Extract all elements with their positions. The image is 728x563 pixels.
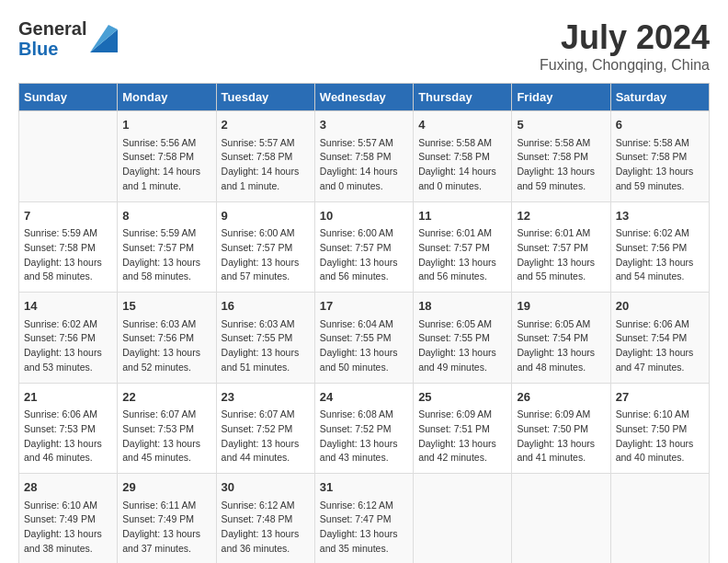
col-tuesday: Tuesday [216,84,314,111]
day-number: 3 [320,116,408,134]
day-number: 18 [418,297,506,316]
col-thursday: Thursday [414,84,512,111]
day-info: Sunrise: 6:04 AMSunset: 7:55 PMDaylight:… [320,317,408,375]
day-info: Sunrise: 5:58 AMSunset: 7:58 PMDaylight:… [616,136,704,194]
calendar-week-0: 1Sunrise: 5:56 AMSunset: 7:58 PMDaylight… [19,111,710,202]
day-number: 11 [418,207,506,225]
day-info: Sunrise: 6:01 AMSunset: 7:57 PMDaylight:… [517,226,605,284]
logo: General Blue [18,18,118,59]
calendar-cell: 14Sunrise: 6:02 AMSunset: 7:56 PMDayligh… [19,293,118,384]
calendar-week-2: 14Sunrise: 6:02 AMSunset: 7:56 PMDayligh… [19,293,710,384]
calendar-cell: 1Sunrise: 5:56 AMSunset: 7:58 PMDaylight… [118,111,216,202]
day-info: Sunrise: 6:07 AMSunset: 7:52 PMDaylight:… [222,408,310,465]
day-number: 8 [122,207,210,225]
day-number: 5 [517,116,605,134]
calendar-cell [414,474,512,564]
calendar-cell [512,474,610,564]
day-number: 2 [222,116,310,134]
day-info: Sunrise: 5:57 AMSunset: 7:58 PMDaylight:… [320,136,408,194]
day-info: Sunrise: 6:08 AMSunset: 7:52 PMDaylight:… [320,408,408,465]
day-info: Sunrise: 6:02 AMSunset: 7:56 PMDaylight:… [616,226,704,284]
day-info: Sunrise: 6:09 AMSunset: 7:50 PMDaylight:… [517,408,605,465]
col-sunday: Sunday [19,84,118,111]
calendar-cell: 24Sunrise: 6:08 AMSunset: 7:52 PMDayligh… [314,383,413,474]
calendar-cell: 17Sunrise: 6:04 AMSunset: 7:55 PMDayligh… [314,293,413,384]
calendar-cell: 26Sunrise: 6:09 AMSunset: 7:50 PMDayligh… [512,383,610,474]
day-number: 1 [122,116,210,134]
day-number: 30 [222,478,310,497]
calendar-cell: 2Sunrise: 5:57 AMSunset: 7:58 PMDaylight… [216,111,314,202]
calendar-cell: 11Sunrise: 6:01 AMSunset: 7:57 PMDayligh… [414,201,512,293]
col-monday: Monday [118,84,216,111]
calendar-cell: 19Sunrise: 6:05 AMSunset: 7:54 PMDayligh… [512,293,610,384]
day-info: Sunrise: 6:03 AMSunset: 7:56 PMDaylight:… [122,317,210,375]
calendar-cell: 30Sunrise: 6:12 AMSunset: 7:48 PMDayligh… [216,474,314,564]
day-info: Sunrise: 6:11 AMSunset: 7:49 PMDaylight:… [122,499,210,557]
calendar-body: 1Sunrise: 5:56 AMSunset: 7:58 PMDaylight… [19,111,710,564]
calendar-cell: 21Sunrise: 6:06 AMSunset: 7:53 PMDayligh… [19,383,118,474]
logo-blue: Blue [18,39,86,59]
day-number: 14 [24,297,112,316]
calendar-cell: 22Sunrise: 6:07 AMSunset: 7:53 PMDayligh… [118,383,216,474]
calendar-week-3: 21Sunrise: 6:06 AMSunset: 7:53 PMDayligh… [19,383,710,474]
logo-text: General Blue [18,18,86,59]
day-info: Sunrise: 6:07 AMSunset: 7:53 PMDaylight:… [122,408,210,465]
calendar-cell: 16Sunrise: 6:03 AMSunset: 7:55 PMDayligh… [216,293,314,384]
day-info: Sunrise: 6:10 AMSunset: 7:50 PMDaylight:… [616,408,704,465]
logo-general: General [18,18,86,39]
col-saturday: Saturday [610,84,709,111]
calendar-cell: 5Sunrise: 5:58 AMSunset: 7:58 PMDaylight… [512,111,610,202]
calendar-cell: 29Sunrise: 6:11 AMSunset: 7:49 PMDayligh… [118,474,216,564]
day-info: Sunrise: 6:03 AMSunset: 7:55 PMDaylight:… [222,317,310,375]
calendar-cell: 3Sunrise: 5:57 AMSunset: 7:58 PMDaylight… [314,111,413,202]
col-wednesday: Wednesday [314,84,413,111]
day-info: Sunrise: 6:00 AMSunset: 7:57 PMDaylight:… [320,226,408,284]
calendar-cell: 13Sunrise: 6:02 AMSunset: 7:56 PMDayligh… [610,201,709,293]
day-number: 7 [24,207,112,225]
title-block: July 2024 Fuxing, Chongqing, China [540,18,710,74]
calendar-cell: 7Sunrise: 5:59 AMSunset: 7:58 PMDaylight… [19,201,118,293]
day-info: Sunrise: 6:10 AMSunset: 7:49 PMDaylight:… [24,499,112,557]
day-number: 28 [24,478,112,497]
header-row: Sunday Monday Tuesday Wednesday Thursday… [19,84,710,111]
day-number: 24 [320,388,408,407]
day-info: Sunrise: 6:00 AMSunset: 7:57 PMDaylight:… [222,226,310,284]
calendar-cell: 12Sunrise: 6:01 AMSunset: 7:57 PMDayligh… [512,201,610,293]
day-number: 25 [418,388,506,407]
calendar-cell [610,474,709,564]
calendar-cell: 10Sunrise: 6:00 AMSunset: 7:57 PMDayligh… [314,201,413,293]
page-header: General Blue July 2024 Fuxing, Chongqing… [18,18,710,74]
day-info: Sunrise: 5:58 AMSunset: 7:58 PMDaylight:… [418,136,506,194]
calendar-cell: 31Sunrise: 6:12 AMSunset: 7:47 PMDayligh… [314,474,413,564]
day-info: Sunrise: 6:06 AMSunset: 7:53 PMDaylight:… [24,408,112,465]
day-number: 26 [517,388,605,407]
day-number: 31 [320,478,408,497]
day-info: Sunrise: 6:12 AMSunset: 7:48 PMDaylight:… [222,499,310,557]
day-number: 17 [320,297,408,316]
day-info: Sunrise: 6:09 AMSunset: 7:51 PMDaylight:… [418,408,506,465]
day-info: Sunrise: 6:12 AMSunset: 7:47 PMDaylight:… [320,499,408,557]
calendar-table: Sunday Monday Tuesday Wednesday Thursday… [18,83,710,563]
day-info: Sunrise: 6:01 AMSunset: 7:57 PMDaylight:… [418,226,506,284]
day-number: 9 [222,207,310,225]
calendar-cell [19,111,118,202]
day-info: Sunrise: 5:59 AMSunset: 7:57 PMDaylight:… [122,226,210,284]
day-info: Sunrise: 6:02 AMSunset: 7:56 PMDaylight:… [24,317,112,375]
day-number: 6 [616,116,704,134]
month-year: July 2024 [540,18,710,57]
day-info: Sunrise: 6:05 AMSunset: 7:54 PMDaylight:… [517,317,605,375]
calendar-cell: 23Sunrise: 6:07 AMSunset: 7:52 PMDayligh… [216,383,314,474]
day-number: 10 [320,207,408,225]
day-number: 21 [24,388,112,407]
calendar-cell: 6Sunrise: 5:58 AMSunset: 7:58 PMDaylight… [610,111,709,202]
day-number: 29 [122,478,210,497]
calendar-cell: 27Sunrise: 6:10 AMSunset: 7:50 PMDayligh… [610,383,709,474]
day-number: 12 [517,207,605,225]
calendar-header: Sunday Monday Tuesday Wednesday Thursday… [19,84,710,111]
calendar-cell: 28Sunrise: 6:10 AMSunset: 7:49 PMDayligh… [19,474,118,564]
day-number: 15 [122,297,210,316]
day-info: Sunrise: 6:05 AMSunset: 7:55 PMDaylight:… [418,317,506,375]
calendar-cell: 15Sunrise: 6:03 AMSunset: 7:56 PMDayligh… [118,293,216,384]
day-info: Sunrise: 5:57 AMSunset: 7:58 PMDaylight:… [222,136,310,194]
day-info: Sunrise: 5:56 AMSunset: 7:58 PMDaylight:… [122,136,210,194]
